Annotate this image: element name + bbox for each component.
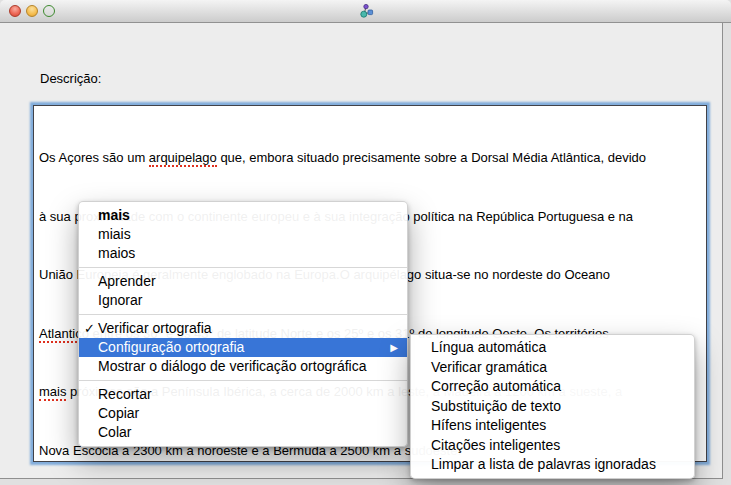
menu-separator bbox=[79, 380, 407, 381]
menu-item-paste[interactable]: Colar bbox=[79, 423, 407, 442]
menu-item-cut[interactable]: Recortar bbox=[79, 385, 407, 404]
menu-item-label: Ignorar bbox=[98, 292, 142, 308]
description-label: Descrição: bbox=[40, 71, 101, 86]
menu-item-suggestion-miais[interactable]: miais bbox=[79, 225, 407, 244]
menu-item-show-spelling-dialog[interactable]: Mostrar o diálogo de verificação ortográ… bbox=[79, 357, 407, 376]
text-segment: que, embora situado precisamente sobre a… bbox=[217, 150, 646, 165]
menu-item-label: Mostrar o diálogo de verificação ortográ… bbox=[98, 358, 366, 374]
menu-item-label: Aprender bbox=[98, 273, 156, 289]
submenu-arrow-icon: ▶ bbox=[390, 338, 398, 357]
menu-item-suggestion-mais[interactable]: mais bbox=[79, 206, 407, 225]
text-line: Os Açores são um arquipelago que, embora… bbox=[39, 148, 701, 168]
text-segment: Os Açores são um bbox=[39, 150, 149, 165]
menu-item-label: Verificar gramática bbox=[431, 359, 547, 375]
submenu-item-check-grammar[interactable]: Verificar gramática bbox=[411, 358, 694, 378]
misspelled-word: arquipelago bbox=[149, 150, 217, 167]
menu-item-spelling-configuration[interactable]: Configuração ortografia ▶ bbox=[79, 338, 407, 357]
menu-item-label: Verificar ortografia bbox=[98, 320, 212, 336]
checkmark-icon: ✓ bbox=[84, 319, 95, 338]
menu-item-label: Recortar bbox=[98, 386, 152, 402]
menu-item-label: maios bbox=[98, 245, 135, 261]
menu-item-label: Configuração ortografia bbox=[98, 339, 244, 355]
submenu-item-text-replacement[interactable]: Substituição de texto bbox=[411, 397, 694, 417]
menu-item-label: Correção automática bbox=[431, 378, 561, 394]
menu-item-label: Língua automática bbox=[431, 339, 546, 355]
menu-item-suggestion-maios[interactable]: maios bbox=[79, 244, 407, 263]
zoom-button[interactable] bbox=[43, 5, 55, 17]
menu-item-check-spelling[interactable]: ✓ Verificar ortografia bbox=[79, 319, 407, 338]
menu-item-learn[interactable]: Aprender bbox=[79, 272, 407, 291]
menu-item-ignore[interactable]: Ignorar bbox=[79, 291, 407, 310]
menu-item-label: Limpar a lista de palavras ignoradas bbox=[431, 456, 656, 472]
submenu-item-smart-hyphens[interactable]: Hífens inteligentes bbox=[411, 416, 694, 436]
menu-item-copy[interactable]: Copiar bbox=[79, 404, 407, 423]
menu-item-label: miais bbox=[98, 226, 131, 242]
submenu-item-automatic-language[interactable]: Língua automática bbox=[411, 338, 694, 358]
menu-item-label: Hífens inteligentes bbox=[431, 417, 546, 433]
menu-separator bbox=[79, 267, 407, 268]
minimize-button[interactable] bbox=[26, 5, 38, 17]
menu-item-label: mais bbox=[98, 207, 130, 223]
workflow-nodes-icon bbox=[358, 3, 374, 19]
menu-item-label: Substituição de texto bbox=[431, 398, 561, 414]
menu-item-label: Colar bbox=[98, 424, 131, 440]
title-bar[interactable] bbox=[0, 0, 731, 23]
submenu-item-autocorrect[interactable]: Correção automática bbox=[411, 377, 694, 397]
spelling-context-menu: mais miais maios Aprender Ignorar ✓ Veri… bbox=[78, 201, 408, 447]
menu-item-label: Citações inteligentes bbox=[431, 437, 560, 453]
menu-separator bbox=[79, 314, 407, 315]
submenu-item-clear-ignored-words[interactable]: Limpar a lista de palavras ignoradas bbox=[411, 455, 694, 475]
spelling-configuration-submenu: Língua automática Verificar gramática Co… bbox=[410, 334, 695, 479]
application-window: { "window": { "title_bar": { "app_icon":… bbox=[0, 0, 731, 485]
close-button[interactable] bbox=[9, 5, 21, 17]
menu-item-label: Copiar bbox=[98, 405, 139, 421]
misspelled-word-target: mais bbox=[39, 384, 66, 401]
traffic-lights bbox=[9, 5, 55, 17]
submenu-item-smart-quotes[interactable]: Citações inteligentes bbox=[411, 436, 694, 456]
